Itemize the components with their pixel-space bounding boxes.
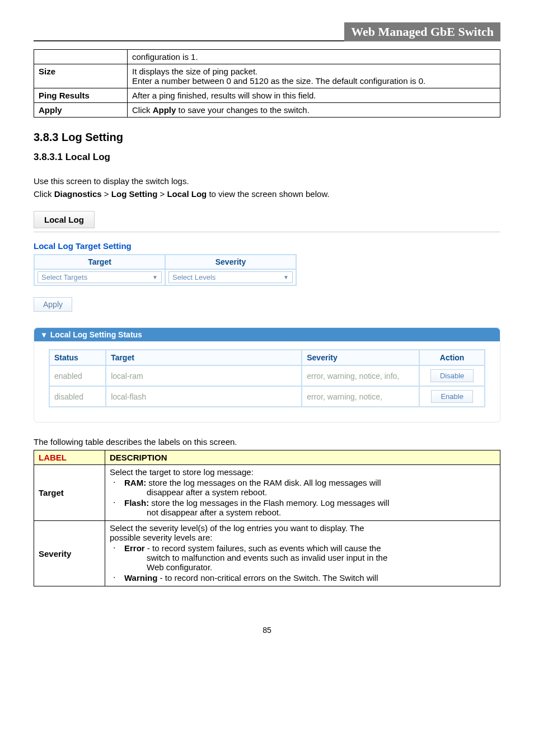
cell-target: local-flash: [106, 386, 302, 407]
local-log-status-panel: ▾ Local Log Setting Status Status Target…: [34, 327, 500, 422]
breadcrumb-part: Diagnostics: [54, 189, 102, 199]
col-header-severity: Severity: [165, 255, 296, 269]
col-header-label: LABEL: [34, 450, 105, 465]
table-row: enabled local-ram error, warning, notice…: [49, 365, 485, 386]
enable-button[interactable]: Enable: [431, 390, 472, 403]
table-row: disabled local-flash error, warning, not…: [49, 386, 485, 407]
subsection-heading: 3.8.3.1 Local Log: [34, 152, 500, 163]
section-heading: 3.8.3 Log Setting: [34, 131, 500, 144]
cell-value: After a ping finished, results will show…: [128, 88, 500, 103]
cell-text: to save your changes to the switch.: [176, 105, 309, 115]
status-table: Status Target Severity Action enabled lo…: [49, 349, 485, 407]
cell-line: Enter a number between 0 and 5120 as the…: [132, 76, 495, 86]
bold-term: RAM:: [124, 478, 146, 487]
desc-line: Select the target to store log message:: [110, 467, 495, 477]
indent-text: disappear after a system reboot.: [124, 487, 495, 497]
chevron-down-icon: ▼: [283, 274, 289, 280]
cell-status: disabled: [49, 386, 106, 407]
col-header-target: Target: [34, 255, 165, 269]
page-number: 85: [34, 626, 500, 635]
local-log-tab[interactable]: Local Log: [34, 211, 95, 228]
cell-action: Disable: [419, 365, 485, 386]
page-header: Web Managed GbE Switch: [34, 22, 500, 41]
select-levels-dropdown[interactable]: Select Levels ▼: [168, 271, 293, 283]
row-label: Target: [34, 465, 105, 521]
header-title: Web Managed GbE Switch: [344, 22, 500, 41]
row-desc: Select the severity level(s) of the log …: [105, 521, 500, 586]
intro-paragraph: Click Diagnostics > Log Setting > Local …: [34, 189, 500, 199]
cell-text: Click: [132, 105, 153, 115]
desc-bullet: Error - to record system failures, such …: [122, 543, 495, 572]
bold-term: Warning: [124, 573, 157, 583]
col-header-target: Target: [106, 350, 302, 365]
col-header-status: Status: [49, 350, 106, 365]
indent-text: Web configurator.: [124, 562, 495, 572]
table-row: Target Select the target to store log me…: [34, 465, 500, 521]
bold-term: Error: [124, 543, 145, 553]
disable-button[interactable]: Disable: [430, 369, 474, 382]
cell-status: enabled: [49, 365, 106, 386]
text: >: [102, 189, 111, 199]
cell-label: Apply: [34, 103, 128, 118]
local-log-target-form: Target Severity Select Targets ▼ Select …: [34, 254, 297, 286]
description-table: LABEL DESCRIPTION Target Select the targ…: [34, 450, 500, 586]
breadcrumb-part: Local Log: [167, 189, 207, 199]
cell-value: It displays the size of ping packet. Ent…: [128, 64, 500, 88]
indent-text: not disappear after a system reboot.: [124, 508, 495, 517]
form-title: Local Log Target Setting: [34, 241, 500, 251]
cell: Select Levels ▼: [165, 269, 296, 285]
select-value: Select Targets: [41, 273, 87, 281]
indent-text: switch to malfunction and events such as…: [124, 553, 495, 562]
cell-label: [34, 50, 128, 64]
table-row: Size It displays the size of ping packet…: [34, 64, 500, 88]
panel-header[interactable]: ▾ Local Log Setting Status: [34, 328, 500, 341]
text: Click: [34, 189, 54, 199]
text: - to record non-critical errors on the S…: [157, 573, 378, 583]
desc-line: Select the severity level(s) of the log …: [110, 523, 495, 533]
table-row: configuration is 1.: [34, 50, 500, 64]
text: >: [157, 189, 167, 199]
panel-title: Local Log Setting Status: [50, 330, 142, 339]
text: - to record system failures, such as eve…: [145, 543, 381, 553]
text: store the log messages in the Flash memo…: [149, 498, 389, 508]
cell-severity: error, warning, notice,: [302, 386, 419, 407]
intro-paragraph: Use this screen to display the switch lo…: [34, 176, 500, 186]
desc-bullet: Warning - to record non-critical errors …: [122, 573, 495, 583]
divider: [34, 232, 500, 232]
breadcrumb-part: Log Setting: [111, 189, 158, 199]
table-row: Apply Click Apply to save your changes t…: [34, 103, 500, 118]
row-label: Severity: [34, 521, 105, 586]
cell-bold: Apply: [153, 105, 176, 115]
cell-target: local-ram: [106, 365, 302, 386]
text: to view the screen shown below.: [207, 189, 329, 199]
caret-down-icon: ▾: [42, 330, 46, 339]
desc-caption: The following table describes the labels…: [34, 437, 500, 447]
cell-line: It displays the size of ping packet.: [132, 67, 495, 76]
cell-severity: error, warning, notice, info,: [302, 365, 419, 386]
col-header-severity: Severity: [302, 350, 419, 365]
cell-label: Ping Results: [34, 88, 128, 103]
desc-bullet: Flash: store the log messages in the Fla…: [122, 498, 495, 517]
cell-value: configuration is 1.: [128, 50, 500, 64]
row-desc: Select the target to store log message: …: [105, 465, 500, 521]
apply-button[interactable]: Apply: [34, 297, 72, 312]
cell-action: Enable: [419, 386, 485, 407]
desc-line: possible severity levels are:: [110, 533, 495, 542]
chevron-down-icon: ▼: [152, 274, 158, 280]
text: store the log messages on the RAM disk. …: [146, 478, 381, 487]
bold-term: Flash:: [124, 498, 149, 508]
select-targets-dropdown[interactable]: Select Targets ▼: [38, 271, 162, 283]
desc-bullet: RAM: store the log messages on the RAM d…: [122, 478, 495, 497]
cell-label: Size: [34, 64, 128, 88]
ping-config-table: configuration is 1. Size It displays the…: [34, 49, 500, 118]
table-row: Severity Select the severity level(s) of…: [34, 521, 500, 586]
select-value: Select Levels: [172, 273, 216, 281]
col-header-desc: DESCRIPTION: [105, 450, 500, 465]
table-row: Ping Results After a ping finished, resu…: [34, 88, 500, 103]
cell: Select Targets ▼: [34, 269, 165, 285]
col-header-action: Action: [419, 350, 485, 365]
cell-value: Click Apply to save your changes to the …: [128, 103, 500, 118]
